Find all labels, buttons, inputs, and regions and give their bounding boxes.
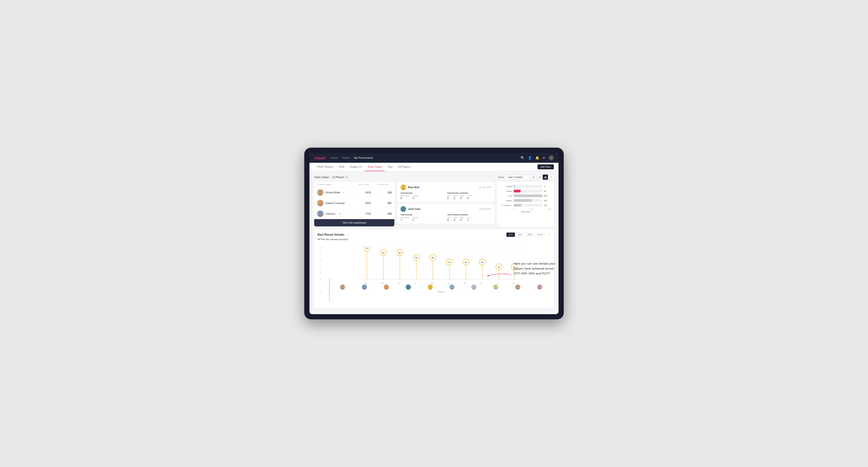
nav-home[interactable]: Home xyxy=(331,156,338,159)
add-team-button[interactable]: Add Team xyxy=(537,164,554,169)
svg-text:6x: 6x xyxy=(382,252,384,254)
main-content: Team Clippd | 14 Players ✏️ Show Last 3 … xyxy=(309,171,559,314)
lb-row-2[interactable]: 2 Edward Crossman 18/20 107 xyxy=(314,198,394,209)
bar-chart-panel: Eagles 3 Birdies 96 xyxy=(497,182,554,226)
nav-links: Home Teams My Performance xyxy=(331,156,515,159)
lb-row-3[interactable]: 3 Cameron... ♦ 17/20 103 xyxy=(314,209,394,219)
pc-date-1: 02 Sep 2023 xyxy=(479,186,491,188)
pc-header-1: Rees Britt 02 Sep 2023 xyxy=(401,184,491,190)
rank-badge-3: 3 xyxy=(321,215,323,217)
svg-point-66 xyxy=(341,287,344,290)
svg-text:3x: 3x xyxy=(498,266,500,268)
sub-nav-hcaps[interactable]: Hcaps 1-5 xyxy=(347,163,365,171)
table-view-btn[interactable]: ≡ xyxy=(549,175,554,180)
streaks-subtitle: Off The Tee, Fairway Accuracy xyxy=(317,238,551,241)
pipe: | xyxy=(330,176,331,179)
hbar-fill-dbogeys xyxy=(514,204,521,207)
pc-stats-1: Total Rounds Tournament 8 Practice 4 xyxy=(401,192,491,199)
sub-nav-pga[interactable]: PGA xyxy=(336,163,347,171)
filter-app[interactable]: APP xyxy=(516,232,524,237)
streak-avatar-3 xyxy=(384,284,389,290)
card-view-btn[interactable]: ▦ xyxy=(543,175,548,180)
lb-avg-2: 107 xyxy=(377,202,392,205)
svg-point-78 xyxy=(429,287,432,290)
hbar-row-birdies: Birdies 96 xyxy=(500,190,551,192)
hbar-label-eagles: Eagles xyxy=(500,185,512,187)
pc-app-label-1: APP xyxy=(454,195,457,197)
target-icon[interactable]: ⊕ xyxy=(542,156,545,160)
pc-arg-val-1: 0 xyxy=(460,197,464,199)
tablet-screen: clippd Home Teams My Performance 🔍 👤 🔔 ⊕… xyxy=(309,153,559,314)
nav-my-performance[interactable]: My Performance xyxy=(354,156,373,159)
hbar-wrap-eagles xyxy=(514,185,542,188)
chart-x-title: Total Shots xyxy=(500,211,551,213)
show-controls: Show Last 3 months Last 6 months Last 12… xyxy=(498,175,554,180)
lb-avg-1: 110 xyxy=(377,191,392,194)
pc-arg-label-1: ARG xyxy=(460,195,464,197)
show-select[interactable]: Last 3 months Last 6 months Last 12 mont… xyxy=(506,175,529,180)
pc-tournament-val-1: 8 xyxy=(401,197,409,199)
svg-text:5x: 5x xyxy=(415,257,417,259)
sub-nav-pgat[interactable]: PGAT Players xyxy=(314,163,336,171)
y-tick-1: 1 xyxy=(320,285,321,286)
player-avatar-row xyxy=(332,283,551,290)
team-header: Team Clippd | 14 Players ✏️ Show Last 3 … xyxy=(314,175,554,180)
search-icon[interactable]: 🔍 xyxy=(521,156,525,160)
lb-avatar-1: 1 xyxy=(317,189,323,196)
x-label-0: 0 xyxy=(514,209,515,210)
person-icon[interactable]: 👤 xyxy=(528,156,532,160)
pc-practice-val-1: 4 xyxy=(412,197,418,199)
pc-putt-val-2: 1 xyxy=(467,218,471,221)
avatar-col-6 xyxy=(441,284,463,290)
svg-text:4x: 4x xyxy=(465,261,467,263)
lb-header: PLAYER NAME PB SCORE PB AVG SQ xyxy=(314,182,394,187)
svg-point-89 xyxy=(517,285,519,287)
grid-view-btn[interactable]: ⊞ xyxy=(531,175,536,180)
streak-avatar-10 xyxy=(537,284,542,290)
player-card-1: Rees Britt 02 Sep 2023 Total Rounds Tour… xyxy=(397,182,494,202)
hbar-val-bogeys: 311 xyxy=(544,199,551,201)
nav-bar: clippd Home Teams My Performance 🔍 👤 🔔 ⊕… xyxy=(309,153,559,163)
pc-rounds-group-1: Total Rounds Tournament 8 Practice 4 xyxy=(401,192,444,199)
bell-icon[interactable]: 🔔 xyxy=(535,156,539,160)
pc-practice-label-1: Practice xyxy=(412,195,418,197)
pc-ott-label-1: OTT xyxy=(447,195,451,197)
gold-icon: ♦ xyxy=(343,191,344,194)
y-axis: 7 6 5 4 3 2 1 0 xyxy=(320,246,321,293)
pc-activities-group-1: Total Practice Activities OTT 0 APP 0 xyxy=(447,192,491,199)
pc-ott-2: OTT 0 xyxy=(447,217,451,221)
pc-practice-1: Practice 4 xyxy=(412,195,418,199)
hbar-wrap-dbogeys xyxy=(514,204,542,207)
pc-practice-label-2: Practice xyxy=(412,217,418,218)
nav-teams[interactable]: Teams xyxy=(342,156,350,159)
edit-icon[interactable]: ✏️ xyxy=(346,176,349,179)
pc-putt-val-1: 0 xyxy=(467,197,471,199)
annotation-arrow-svg xyxy=(486,270,514,280)
hbar-row-pars: Pars 499 xyxy=(500,194,551,197)
y-tick-4: 4 xyxy=(320,266,321,267)
pc-avatar-2 xyxy=(401,206,406,212)
lb-score-2: 18/20 xyxy=(359,202,377,205)
hbar-val-eagles: 3 xyxy=(544,185,551,187)
pc-ott-label-2: OTT xyxy=(447,217,451,218)
player-card-2: Josh Coles 26 Aug 2023 Total Rounds Tour… xyxy=(397,204,494,224)
svg-point-71 xyxy=(385,285,387,287)
lb-row-1[interactable]: 1 Richard Butler ♦ 19/20 110 xyxy=(314,187,394,198)
lb-col-player: PLAYER NAME xyxy=(317,184,359,186)
list-view-btn[interactable]: ☰ xyxy=(537,175,542,180)
filter-ott[interactable]: OTT xyxy=(506,232,515,237)
x-label-400: 400 xyxy=(548,209,551,210)
view-icons: ⊞ ☰ ▦ ≡ xyxy=(531,175,554,180)
avatar[interactable]: U xyxy=(549,155,554,160)
sub-nav-team-clippd[interactable]: Team Clippd xyxy=(365,163,385,171)
svg-point-4 xyxy=(319,201,321,204)
sub-nav-all-players[interactable]: All Players xyxy=(396,163,413,171)
sub-nav-tour[interactable]: Tour xyxy=(385,163,395,171)
view-full-leaderboard-button[interactable]: View Full Leaderboard xyxy=(314,219,394,226)
svg-point-87 xyxy=(494,287,497,290)
pc-header-2: Josh Coles 26 Aug 2023 xyxy=(401,206,491,212)
filter-arg[interactable]: ARG xyxy=(525,232,534,237)
lb-player-1: 1 Richard Butler ♦ xyxy=(317,189,359,196)
filter-putt[interactable]: PUTT xyxy=(535,232,545,237)
svg-text:4x: 4x xyxy=(448,261,451,263)
